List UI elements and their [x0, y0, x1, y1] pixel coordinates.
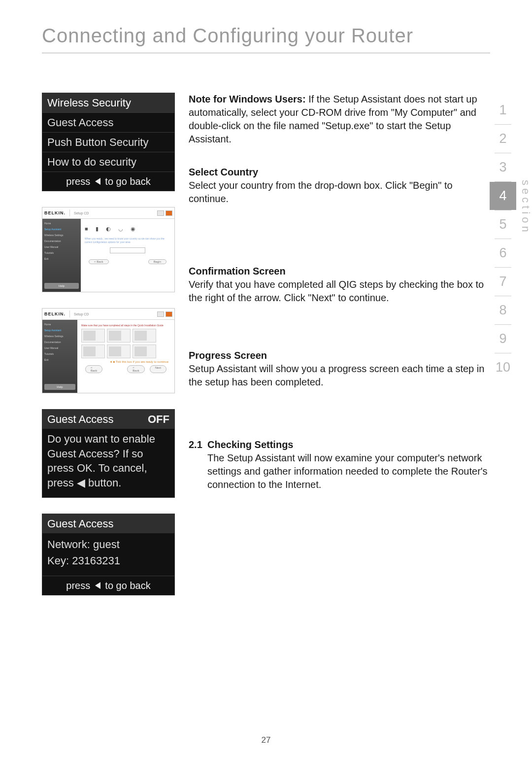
lcd-title-text: Guest Access [47, 413, 114, 425]
lcd-footer-pre: press [66, 580, 90, 591]
sidebar-item: Home [44, 222, 79, 225]
progress-body: Setup Assistant will show you a progress… [189, 363, 484, 387]
section-link-6[interactable]: 6 [490, 239, 516, 267]
setup-cd-window-confirmation: BELKIN. Setup CD Home Setup Assistant Wi… [42, 308, 175, 393]
checking-settings-block: 2.1 Checking Settings The Setup Assistan… [189, 438, 490, 491]
section-link-10[interactable]: 10 [490, 353, 516, 381]
close-icon [166, 311, 172, 317]
guest-access-status-off: OFF [148, 411, 169, 427]
checking-settings-heading: Checking Settings [207, 439, 293, 450]
sidebar-item: Tutorials [44, 251, 79, 254]
belkin-logo: BELKIN. [44, 210, 66, 215]
sidebar-item: Tutorials [44, 352, 75, 355]
lcd-title-row: Guest Access OFF [42, 410, 174, 429]
window-subtitle: Setup CD [74, 312, 89, 316]
begin-button: Begin [148, 259, 166, 264]
progress-block: Progress Screen Setup Assistant will sho… [189, 349, 490, 389]
thumbnail-icon [107, 345, 131, 358]
lcd-title-row: Guest Access [42, 514, 174, 533]
minimize-icon [157, 210, 164, 216]
key-value: 23163231 [72, 554, 120, 567]
setup-cd-window-select-country: BELKIN. Setup CD Home Setup Assistant Wi… [42, 207, 175, 292]
window-subtitle: Setup CD [74, 211, 89, 215]
window-hint-text: When you ready , we need to know your co… [85, 237, 170, 243]
lcd-row-push-button-security: Push Button Security [42, 132, 174, 152]
back-button: < Back [85, 365, 102, 373]
page-title: Connecting and Configuring your Router [42, 25, 490, 47]
select-country-block: Select Country Select your country from … [189, 166, 490, 206]
section-numbers: 1 2 3 4 5 6 7 8 9 10 [490, 96, 516, 381]
window-titlebar: BELKIN. Setup CD [42, 309, 174, 320]
country-dropdown [110, 247, 145, 253]
help-button: Help [44, 384, 75, 390]
qig-steps-thumbnails [81, 329, 170, 358]
network-value: guest [93, 538, 120, 551]
back-button: < Back [89, 259, 109, 264]
sidebar-item: Setup Assistant [44, 329, 75, 332]
lcd-footer-pre: press [66, 176, 90, 187]
thumbnail-icon [81, 329, 105, 343]
window-sidebar: Home Setup Assistant Wireless Settings D… [42, 320, 77, 393]
key-label: Key: [47, 554, 69, 567]
step-number: 2.1 [189, 438, 202, 451]
sidebar-item: User Manual [44, 346, 75, 349]
section-link-4-active[interactable]: 4 [490, 182, 516, 210]
thumbnail-icon [133, 345, 156, 358]
lcd-body-text: Do you want to enable Guest Access? If s… [42, 429, 174, 497]
note-windows-users: Note for Windows Users: If the Setup Ass… [189, 93, 490, 146]
triangle-left-icon [95, 582, 100, 589]
lcd-footer-post: to go back [105, 580, 150, 591]
section-link-5[interactable]: 5 [490, 210, 516, 239]
section-link-9[interactable]: 9 [490, 325, 516, 353]
sidebar-item: Exit [44, 257, 79, 260]
minimize-icon [157, 311, 164, 317]
lcd-footer-go-back: press to go back [42, 576, 174, 595]
triangle-left-icon [95, 178, 100, 185]
section-nav: 1 2 3 4 5 6 7 8 9 10 section [490, 96, 532, 381]
page-number: 27 [0, 735, 532, 745]
thumbnail-icon [107, 329, 131, 343]
back-button-2: < Back [127, 365, 144, 373]
checking-settings-body: The Setup Assistant will now examine you… [207, 452, 488, 490]
sidebar-item: Exit [44, 358, 75, 361]
setup-step-icons: ■ ▮ ◐ ◡ ◉ [85, 226, 170, 232]
lcd-row-how-to-do-security: How to do security [42, 152, 174, 172]
section-link-3[interactable]: 3 [490, 153, 516, 181]
section-link-2[interactable]: 2 [490, 125, 516, 153]
select-country-body: Select your country from the drop-down b… [189, 180, 453, 204]
lcd-guest-access-info: Guest Access Network: guest Key: 2316323… [42, 514, 175, 595]
sidebar-item: Wireless Settings [44, 234, 79, 237]
title-underline [42, 53, 490, 53]
section-link-1[interactable]: 1 [490, 96, 516, 124]
lcd-menu-wireless-security: Wireless Security Guest Access Push Butt… [42, 93, 175, 191]
sidebar-item: Setup Assistant [44, 228, 79, 231]
lcd-guest-access-prompt: Guest Access OFF Do you want to enable G… [42, 409, 175, 498]
section-label: section [519, 180, 532, 235]
section-link-8[interactable]: 8 [490, 296, 516, 324]
network-label: Network: [47, 538, 90, 551]
lcd-row-guest-access: Guest Access [42, 112, 174, 132]
lcd-network-line: Network: guest Key: 23163231 [42, 533, 174, 576]
confirmation-red-text: Make sure that you have completed all st… [81, 324, 170, 327]
sidebar-item: Wireless Settings [44, 335, 75, 338]
progress-heading: Progress Screen [189, 350, 267, 361]
close-icon [166, 210, 172, 216]
section-link-7[interactable]: 7 [490, 268, 516, 296]
lcd-footer-post: to go back [105, 176, 150, 187]
confirmation-body: Verify that you have completed all QIG s… [189, 279, 484, 303]
confirmation-block: Confirmation Screen Verify that you have… [189, 265, 490, 305]
sidebar-item: Home [44, 323, 75, 326]
thumbnail-icon [81, 345, 105, 358]
lcd-row-wireless-security: Wireless Security [42, 93, 174, 112]
next-button: Next [150, 365, 166, 373]
sidebar-item: Documentation [44, 240, 79, 242]
window-titlebar: BELKIN. Setup CD [42, 207, 174, 219]
belkin-logo: BELKIN. [44, 311, 66, 316]
thumbnail-icon [133, 329, 156, 343]
window-sidebar: Home Setup Assistant Wireless Settings D… [42, 219, 81, 292]
confirmation-heading: Confirmation Screen [189, 266, 286, 276]
lcd-footer-go-back: press to go back [42, 172, 174, 191]
help-button: Help [44, 283, 79, 289]
select-country-heading: Select Country [189, 167, 258, 177]
note-bold: Note for Windows Users: [189, 94, 306, 104]
